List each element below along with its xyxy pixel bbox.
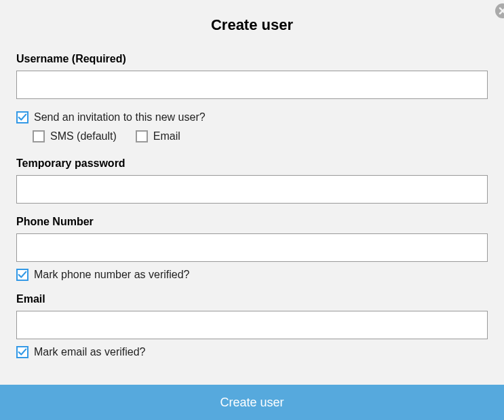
verify-email-row: Mark email as verified? bbox=[16, 346, 488, 358]
email-invite-item: Email bbox=[136, 130, 180, 142]
phone-group: Phone Number Mark phone number as verifi… bbox=[16, 216, 488, 281]
temp-password-label: Temporary password bbox=[16, 157, 488, 170]
sms-item: SMS (default) bbox=[33, 130, 117, 142]
close-icon[interactable] bbox=[488, 3, 504, 19]
temp-password-group: Temporary password bbox=[16, 157, 488, 204]
username-label: Username (Required) bbox=[16, 53, 488, 65]
sms-label: SMS (default) bbox=[50, 130, 117, 142]
page-title: Create user bbox=[16, 16, 488, 34]
username-input[interactable] bbox=[16, 71, 488, 99]
phone-input[interactable] bbox=[16, 233, 488, 262]
sms-checkbox[interactable] bbox=[33, 130, 45, 142]
verify-phone-label: Mark phone number as verified? bbox=[34, 269, 189, 281]
email-input[interactable] bbox=[16, 311, 488, 339]
verify-phone-row: Mark phone number as verified? bbox=[16, 269, 488, 281]
verify-email-checkbox[interactable] bbox=[16, 346, 28, 358]
send-invitation-row: Send an invitation to this new user? bbox=[16, 111, 488, 123]
verify-email-label: Mark email as verified? bbox=[34, 346, 146, 358]
email-label: Email bbox=[16, 293, 488, 305]
username-group: Username (Required) bbox=[16, 53, 488, 99]
invitation-block: Send an invitation to this new user? SMS… bbox=[16, 111, 488, 142]
email-group: Email Mark email as verified? bbox=[16, 293, 488, 358]
temp-password-input[interactable] bbox=[16, 175, 488, 204]
create-user-button[interactable]: Create user bbox=[0, 385, 504, 420]
email-invite-label: Email bbox=[153, 130, 180, 142]
invitation-methods-row: SMS (default) Email bbox=[33, 130, 488, 142]
phone-label: Phone Number bbox=[16, 216, 488, 228]
verify-phone-checkbox[interactable] bbox=[16, 269, 28, 281]
email-invite-checkbox[interactable] bbox=[136, 130, 148, 142]
send-invitation-label: Send an invitation to this new user? bbox=[34, 111, 206, 123]
send-invitation-checkbox[interactable] bbox=[16, 111, 28, 123]
create-user-form: Create user Username (Required) Send an … bbox=[0, 0, 504, 358]
